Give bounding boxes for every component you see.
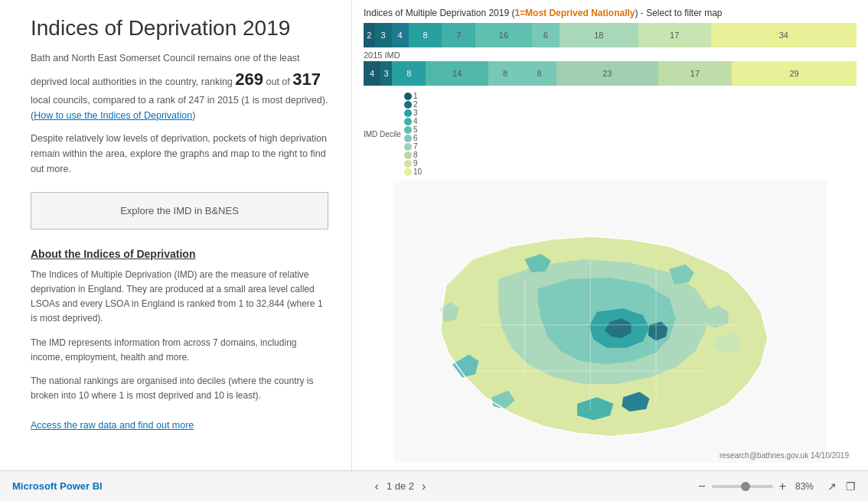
legend-dot-3 <box>404 109 412 117</box>
bar-2019-segment-3[interactable]: 4 <box>392 23 409 47</box>
legend-dot-4 <box>404 118 412 125</box>
zoom-thumb[interactable] <box>741 482 750 491</box>
bar-2019-segment-7[interactable]: 6 <box>532 23 560 47</box>
map-credit: research@bathnes.gov.uk 14/10/2019 <box>720 451 849 460</box>
right-panel: Indices of Multiple Deprivation 2019 (1=… <box>352 0 868 470</box>
intro-paragraph-2: Despite relatively low levels of depriva… <box>31 131 328 177</box>
bar-2019[interactable]: 23487166181734 <box>364 23 857 47</box>
legend-item-4[interactable]: 4 <box>404 117 422 125</box>
legend-item-3[interactable]: 3 <box>404 109 422 117</box>
bar-2019-segment-5[interactable]: 7 <box>442 23 475 47</box>
bar-2019-segment-10[interactable]: 34 <box>711 23 857 47</box>
explore-imd-button[interactable]: Explore the IMD in B&NES <box>31 192 328 229</box>
bar-2019-segment-9[interactable]: 17 <box>638 23 711 47</box>
right-icons: ↗ ❐ <box>820 480 856 493</box>
bar-2015-section: 4381488231729 <box>364 61 857 86</box>
legend-item-7[interactable]: 7 <box>404 142 422 151</box>
zoom-out-button[interactable]: − <box>698 480 705 493</box>
bar-2015-segment-6[interactable]: 8 <box>522 61 556 86</box>
page-indicator: 1 de 2 <box>387 480 414 492</box>
bar-2015-segment-1[interactable]: 4 <box>364 61 380 86</box>
bar-2015-segment-2[interactable]: 3 <box>380 61 392 86</box>
bar-2019-segment-2[interactable]: 3 <box>375 23 392 47</box>
zoom-in-button[interactable]: + <box>779 480 786 493</box>
bottom-bar: Microsoft Power BI ‹ 1 de 2 › − + 83% ↗ … <box>0 470 868 501</box>
nav-controls: ‹ 1 de 2 › <box>375 480 426 493</box>
about-paragraph-3: The national rankings are organised into… <box>31 374 328 403</box>
about-paragraph-1: The Indices of Multiple Deprivation (IMD… <box>31 268 328 327</box>
prev-page-button[interactable]: ‹ <box>375 480 379 493</box>
bar-2019-segment-6[interactable]: 16 <box>475 23 531 47</box>
bar-2019-segment-8[interactable]: 18 <box>560 23 638 47</box>
map-svg <box>364 181 857 463</box>
zoom-controls: − + 83% ↗ ❐ <box>698 480 856 493</box>
legend-item-10[interactable]: 10 <box>404 168 422 176</box>
imd-legend: IMD Decile 12345678910 <box>364 92 857 176</box>
zoom-level: 83% <box>795 481 814 492</box>
bar-2015-segment-8[interactable]: 17 <box>658 61 732 86</box>
bar-2015-segment-9[interactable]: 29 <box>732 61 857 86</box>
bar-2019-segment-1[interactable]: 2 <box>364 23 375 47</box>
legend-dot-9 <box>404 160 412 168</box>
legend-dot-6 <box>404 135 412 142</box>
page-title: Indices of Deprivation 2019 <box>31 15 328 41</box>
bar-2015-segment-3[interactable]: 8 <box>392 61 426 86</box>
bar-2015[interactable]: 4381488231729 <box>364 61 857 86</box>
about-paragraph-2: The IMD represents information from acro… <box>31 336 328 365</box>
legend-item-1[interactable]: 1 <box>404 92 422 100</box>
bar-2015-segment-4[interactable]: 14 <box>426 61 488 86</box>
zoom-slider[interactable] <box>712 485 773 488</box>
legend-item-6[interactable]: 6 <box>404 134 422 142</box>
data-link[interactable]: Access the raw data and find out more <box>31 420 194 431</box>
legend-dot-5 <box>404 126 412 134</box>
about-heading: About the Indices of Deprivation <box>31 248 328 260</box>
intro-paragraph-1: Bath and North East Somerset Council rem… <box>31 50 328 123</box>
bar-2015-segment-5[interactable]: 8 <box>488 61 522 86</box>
bar-2019-section: 23487166181734 <box>364 23 857 47</box>
bar-2015-label: 2015 IMD <box>364 50 857 60</box>
share-icon[interactable]: ↗ <box>827 480 837 493</box>
chart-title: Indices of Multiple Deprivation 2019 (1=… <box>364 8 857 18</box>
legend-item-2[interactable]: 2 <box>404 100 422 109</box>
fullscreen-icon[interactable]: ❐ <box>846 480 856 493</box>
legend-item-9[interactable]: 9 <box>404 159 422 168</box>
legend-item-8[interactable]: 8 <box>404 151 422 159</box>
bar-2015-segment-7[interactable]: 23 <box>556 61 658 86</box>
power-bi-link[interactable]: Microsoft Power BI <box>12 480 103 492</box>
map-area[interactable]: research@bathnes.gov.uk 14/10/2019 <box>364 181 857 463</box>
legend-dot-1 <box>404 93 412 100</box>
legend-item-5[interactable]: 5 <box>404 125 422 134</box>
legend-dot-10 <box>404 168 412 176</box>
how-to-link[interactable]: How to use the Indices of Deprivation <box>34 110 192 121</box>
legend-dot-8 <box>404 151 412 159</box>
left-panel: Indices of Deprivation 2019 Bath and Nor… <box>0 0 352 470</box>
legend-dot-7 <box>404 143 412 151</box>
next-page-button[interactable]: › <box>422 480 426 493</box>
legend-dot-2 <box>404 101 412 109</box>
bar-2019-segment-4[interactable]: 8 <box>409 23 442 47</box>
